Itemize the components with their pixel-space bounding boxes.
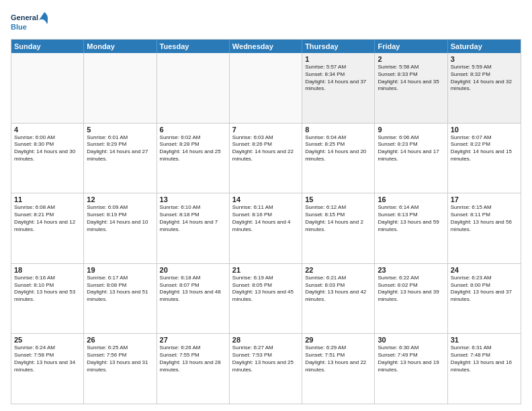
calendar-cell: 29Sunrise: 6:29 AMSunset: 7:51 PMDayligh… bbox=[302, 334, 375, 404]
daylight-text: Daylight: 13 hours and 16 minutes. bbox=[451, 359, 518, 374]
sunset-text: Sunset: 8:10 PM bbox=[14, 282, 54, 288]
calendar-cell: 31Sunrise: 6:31 AMSunset: 7:48 PMDayligh… bbox=[448, 334, 521, 404]
sunrise-text: Sunrise: 6:17 AM bbox=[87, 275, 128, 281]
sunrise-text: Sunrise: 6:15 AM bbox=[451, 204, 492, 210]
calendar-cell bbox=[11, 53, 84, 123]
sunrise-text: Sunrise: 5:57 AM bbox=[305, 64, 346, 70]
daylight-text: Daylight: 13 hours and 28 minutes. bbox=[160, 359, 226, 374]
svg-text:General: General bbox=[11, 13, 38, 21]
day-number: 3 bbox=[451, 55, 518, 63]
sunset-text: Sunset: 7:51 PM bbox=[305, 352, 345, 358]
cell-info: Sunrise: 6:29 AMSunset: 7:51 PMDaylight:… bbox=[305, 345, 371, 373]
cell-info: Sunrise: 6:22 AMSunset: 8:02 PMDaylight:… bbox=[378, 275, 444, 304]
cell-info: Sunrise: 6:10 AMSunset: 8:18 PMDaylight:… bbox=[160, 204, 226, 233]
calendar-cell: 17Sunrise: 6:15 AMSunset: 8:11 PMDayligh… bbox=[448, 193, 521, 263]
day-number: 22 bbox=[305, 266, 371, 274]
sunrise-text: Sunrise: 6:21 AM bbox=[305, 275, 346, 281]
sunset-text: Sunset: 8:33 PM bbox=[378, 71, 417, 77]
calendar-cell bbox=[230, 53, 302, 123]
sunset-text: Sunset: 8:15 PM bbox=[305, 212, 345, 218]
day-header-saturday: Saturday bbox=[448, 40, 521, 53]
calendar-cell: 9Sunrise: 6:06 AMSunset: 8:23 PMDaylight… bbox=[375, 124, 447, 193]
sunrise-text: Sunrise: 6:19 AM bbox=[232, 275, 273, 281]
calendar-cell: 14Sunrise: 6:11 AMSunset: 8:16 PMDayligh… bbox=[230, 193, 302, 263]
cell-info: Sunrise: 6:24 AMSunset: 7:58 PMDaylight:… bbox=[14, 345, 81, 373]
calendar-cell: 3Sunrise: 5:59 AMSunset: 8:32 PMDaylight… bbox=[448, 53, 521, 123]
cell-info: Sunrise: 6:17 AMSunset: 8:08 PMDaylight:… bbox=[87, 275, 153, 304]
daylight-text: Daylight: 14 hours and 27 minutes. bbox=[87, 148, 153, 163]
daylight-text: Daylight: 13 hours and 22 minutes. bbox=[305, 359, 371, 374]
daylight-text: Daylight: 14 hours and 32 minutes. bbox=[451, 79, 518, 93]
daylight-text: Daylight: 13 hours and 31 minutes. bbox=[87, 359, 153, 374]
day-number: 29 bbox=[305, 336, 371, 344]
daylight-text: Daylight: 14 hours and 25 minutes. bbox=[160, 148, 226, 163]
cell-info: Sunrise: 6:31 AMSunset: 7:48 PMDaylight:… bbox=[451, 345, 518, 373]
sunrise-text: Sunrise: 6:06 AM bbox=[378, 134, 418, 140]
calendar-week-2: 4Sunrise: 6:00 AMSunset: 8:30 PMDaylight… bbox=[11, 124, 521, 194]
day-number: 21 bbox=[232, 266, 299, 274]
day-number: 16 bbox=[378, 195, 444, 203]
calendar-cell: 15Sunrise: 6:12 AMSunset: 8:15 PMDayligh… bbox=[302, 193, 375, 263]
cell-info: Sunrise: 5:59 AMSunset: 8:32 PMDaylight:… bbox=[451, 64, 518, 93]
cell-info: Sunrise: 5:58 AMSunset: 8:33 PMDaylight:… bbox=[378, 64, 444, 93]
sunrise-text: Sunrise: 6:30 AM bbox=[378, 345, 418, 351]
sunrise-text: Sunrise: 6:00 AM bbox=[14, 134, 55, 140]
cell-info: Sunrise: 6:02 AMSunset: 8:28 PMDaylight:… bbox=[160, 134, 226, 163]
daylight-text: Daylight: 14 hours and 10 minutes. bbox=[87, 219, 153, 234]
logo: General Blue bbox=[11, 11, 48, 35]
sunrise-text: Sunrise: 6:08 AM bbox=[14, 204, 55, 210]
calendar-body: 1Sunrise: 5:57 AMSunset: 8:34 PMDaylight… bbox=[11, 53, 521, 404]
day-header-monday: Monday bbox=[84, 40, 157, 53]
daylight-text: Daylight: 14 hours and 30 minutes. bbox=[14, 148, 81, 163]
calendar-cell: 27Sunrise: 6:26 AMSunset: 7:55 PMDayligh… bbox=[157, 334, 230, 404]
daylight-text: Daylight: 13 hours and 34 minutes. bbox=[14, 359, 81, 374]
sunrise-text: Sunrise: 6:24 AM bbox=[14, 345, 55, 351]
cell-info: Sunrise: 6:15 AMSunset: 8:11 PMDaylight:… bbox=[451, 204, 518, 233]
daylight-text: Daylight: 14 hours and 12 minutes. bbox=[14, 219, 81, 234]
day-header-sunday: Sunday bbox=[11, 40, 84, 53]
sunset-text: Sunset: 8:11 PM bbox=[451, 212, 490, 218]
day-number: 14 bbox=[232, 195, 299, 203]
calendar-cell: 2Sunrise: 5:58 AMSunset: 8:33 PMDaylight… bbox=[375, 53, 447, 123]
cell-info: Sunrise: 6:30 AMSunset: 7:49 PMDaylight:… bbox=[378, 345, 444, 373]
daylight-text: Daylight: 14 hours and 20 minutes. bbox=[305, 148, 371, 163]
day-number: 2 bbox=[378, 55, 444, 63]
sunset-text: Sunset: 8:13 PM bbox=[378, 212, 417, 218]
sunrise-text: Sunrise: 6:31 AM bbox=[451, 345, 492, 351]
calendar-cell: 8Sunrise: 6:04 AMSunset: 8:25 PMDaylight… bbox=[302, 124, 375, 193]
day-header-tuesday: Tuesday bbox=[157, 40, 230, 53]
calendar-cell: 13Sunrise: 6:10 AMSunset: 8:18 PMDayligh… bbox=[157, 193, 230, 263]
daylight-text: Daylight: 13 hours and 56 minutes. bbox=[451, 219, 518, 234]
sunrise-text: Sunrise: 6:04 AM bbox=[305, 134, 346, 140]
calendar-cell bbox=[84, 53, 157, 123]
sunrise-text: Sunrise: 6:25 AM bbox=[87, 345, 128, 351]
sunrise-text: Sunrise: 6:01 AM bbox=[87, 134, 128, 140]
day-number: 25 bbox=[14, 336, 81, 344]
calendar-week-3: 11Sunrise: 6:08 AMSunset: 8:21 PMDayligh… bbox=[11, 193, 521, 264]
day-number: 31 bbox=[451, 336, 518, 344]
calendar-cell: 7Sunrise: 6:03 AMSunset: 8:26 PMDaylight… bbox=[230, 124, 302, 193]
cell-info: Sunrise: 6:14 AMSunset: 8:13 PMDaylight:… bbox=[378, 204, 444, 233]
daylight-text: Daylight: 13 hours and 45 minutes. bbox=[232, 289, 299, 304]
daylight-text: Daylight: 14 hours and 22 minutes. bbox=[232, 148, 299, 163]
cell-info: Sunrise: 6:09 AMSunset: 8:19 PMDaylight:… bbox=[87, 204, 153, 233]
daylight-text: Daylight: 13 hours and 19 minutes. bbox=[378, 359, 444, 374]
sunrise-text: Sunrise: 6:23 AM bbox=[451, 275, 492, 281]
sunset-text: Sunset: 8:19 PM bbox=[87, 212, 126, 218]
calendar-cell: 21Sunrise: 6:19 AMSunset: 8:05 PMDayligh… bbox=[230, 264, 302, 334]
day-header-thursday: Thursday bbox=[302, 40, 375, 53]
sunset-text: Sunset: 8:34 PM bbox=[305, 71, 345, 77]
calendar-week-1: 1Sunrise: 5:57 AMSunset: 8:34 PMDaylight… bbox=[11, 53, 521, 124]
sunset-text: Sunset: 8:08 PM bbox=[87, 282, 126, 288]
cell-info: Sunrise: 6:04 AMSunset: 8:25 PMDaylight:… bbox=[305, 134, 371, 163]
calendar-cell: 4Sunrise: 6:00 AMSunset: 8:30 PMDaylight… bbox=[11, 124, 84, 193]
day-number: 12 bbox=[87, 195, 153, 203]
cell-info: Sunrise: 6:18 AMSunset: 8:07 PMDaylight:… bbox=[160, 275, 226, 304]
sunrise-text: Sunrise: 5:58 AM bbox=[378, 64, 418, 70]
calendar-cell: 1Sunrise: 5:57 AMSunset: 8:34 PMDaylight… bbox=[302, 53, 375, 123]
page: General Blue SundayMondayTuesdayWednesda… bbox=[0, 0, 532, 411]
sunrise-text: Sunrise: 6:09 AM bbox=[87, 204, 128, 210]
calendar-header-row: SundayMondayTuesdayWednesdayThursdayFrid… bbox=[11, 40, 521, 53]
sunrise-text: Sunrise: 5:59 AM bbox=[451, 64, 492, 70]
cell-info: Sunrise: 6:16 AMSunset: 8:10 PMDaylight:… bbox=[14, 275, 81, 304]
